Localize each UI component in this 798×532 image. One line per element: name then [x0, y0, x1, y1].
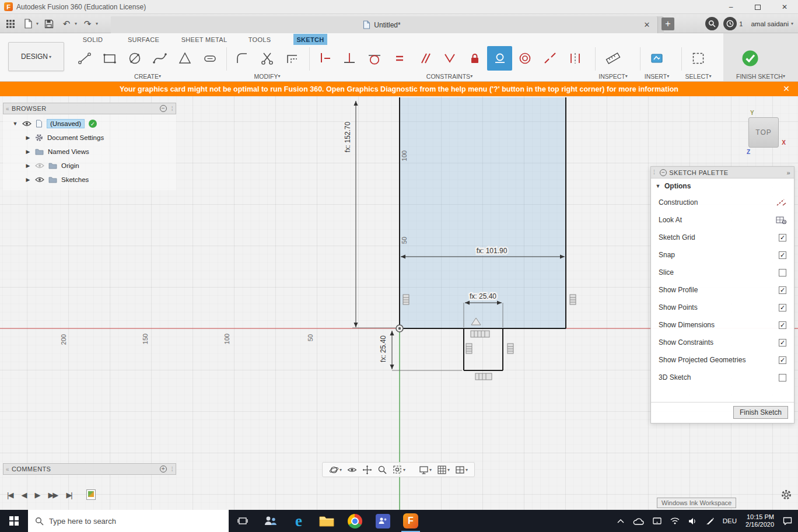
slot-tool-button[interactable] — [197, 46, 222, 71]
measure-tool-button[interactable] — [600, 46, 625, 71]
taskbar-app-fusion-360[interactable]: F — [397, 510, 425, 532]
horizontal-vertical-constraint-button[interactable] — [312, 46, 337, 71]
spline-tool-button[interactable] — [147, 46, 172, 71]
taskbar-clock[interactable]: 10:15 PM 2/16/2020 — [746, 513, 774, 528]
eye-icon[interactable] — [35, 177, 44, 183]
timeline-step-back-button[interactable]: ◀ — [19, 489, 28, 501]
rectangle-tool-button[interactable] — [97, 46, 122, 71]
dimension-slot-height-label[interactable]: fx: 25.40 — [379, 335, 387, 362]
palette-option-show-projected-geometries[interactable]: Show Projected Geometries — [651, 351, 794, 369]
document-tab[interactable]: Untitled* ✕ — [111, 16, 658, 33]
dimension-slot-width-label[interactable]: fx: 25.40 — [470, 292, 496, 300]
wifi-icon[interactable] — [670, 517, 680, 524]
panel-minimize-icon[interactable]: − — [160, 105, 167, 112]
palette-options-section[interactable]: ▼ Options — [651, 178, 794, 194]
insert-tool-button[interactable] — [644, 46, 669, 71]
sketch-canvas[interactable]: fx: 152.70 fx: 101.90 fx: 25.40 fx: 25.4… — [0, 96, 798, 510]
tablet-mode-icon[interactable] — [653, 517, 662, 524]
construction-icon[interactable] — [776, 198, 786, 207]
collinear-constraint-button[interactable] — [537, 46, 562, 71]
fillet-tool-button[interactable] — [229, 46, 254, 71]
look-at-icon[interactable] — [776, 215, 786, 225]
redo-icon[interactable]: ↷ — [80, 17, 94, 31]
group-finish-sketch[interactable]: FINISH SKETCH▾ — [723, 72, 798, 80]
palette-option-show-profile[interactable]: Show Profile — [651, 281, 794, 299]
fit-button[interactable]: ▾ — [391, 464, 407, 476]
group-constraints[interactable]: CONSTRAINTS▾ — [312, 72, 587, 80]
tray-chevron-icon[interactable] — [617, 519, 624, 523]
new-tab-button[interactable]: + — [662, 18, 674, 30]
slice-checkbox[interactable] — [779, 269, 786, 276]
language-indicator[interactable]: DEU — [723, 517, 737, 524]
timeline-step-forward-button[interactable]: ▶▶ — [46, 489, 60, 501]
taskbar-app-people[interactable] — [257, 510, 285, 532]
snap-checkbox[interactable] — [779, 251, 786, 259]
onedrive-cloud-icon[interactable] — [633, 517, 644, 525]
tangent-constraint-button[interactable] — [362, 46, 387, 71]
collapse-left-icon[interactable]: « — [6, 466, 9, 473]
finish-sketch-button[interactable] — [737, 46, 762, 71]
timeline-play-button[interactable]: ▶ — [32, 489, 41, 501]
palette-option-snap[interactable]: Snap — [651, 246, 794, 264]
palette-option-show-points[interactable]: Show Points — [651, 299, 794, 316]
midpoint-constraint-button-selected[interactable] — [487, 46, 512, 71]
group-inspect[interactable]: INSPECT▾ — [589, 72, 638, 80]
show-profile-checkbox[interactable] — [779, 286, 786, 294]
undo-caret-icon[interactable]: ▾ — [75, 21, 77, 26]
palette-option-sketch-grid[interactable]: Sketch Grid — [651, 229, 794, 246]
symmetry-constraint-button[interactable] — [562, 46, 587, 71]
close-button[interactable]: ✕ — [771, 0, 798, 14]
show-dimensions-checkbox[interactable] — [779, 321, 786, 329]
finish-sketch-footer-button[interactable]: Finish Sketch — [733, 406, 788, 419]
settings-gear-button[interactable] — [780, 489, 792, 501]
browser-item-origin[interactable]: ▶ Origin — [3, 159, 176, 173]
view-cube-face-label[interactable]: TOP — [755, 128, 771, 136]
taskbar-search[interactable] — [28, 510, 229, 532]
tab-sheet-metal[interactable]: SHEET METAL — [178, 34, 230, 45]
polygon-tool-button[interactable] — [172, 46, 197, 71]
browser-root-label[interactable]: (Unsaved) — [47, 119, 85, 128]
browser-root-row[interactable]: ▼ (Unsaved) ✓ — [3, 117, 176, 131]
palette-grip-icon[interactable]: ⁞ — [653, 169, 655, 176]
banner-close-icon[interactable]: ✕ — [783, 84, 790, 93]
display-settings-caret-icon[interactable]: ▾ — [429, 467, 432, 473]
browser-item-sketches[interactable]: ▶ Sketches — [3, 173, 176, 187]
palette-expand-icon[interactable]: » — [786, 169, 790, 176]
group-create[interactable]: CREATE▾ — [72, 72, 223, 80]
offset-tool-button[interactable] — [279, 46, 304, 71]
taskbar-app-chrome[interactable] — [341, 510, 369, 532]
taskbar-app-file-explorer[interactable] — [313, 510, 341, 532]
redo-caret-icon[interactable]: ▾ — [96, 21, 98, 26]
undo-icon[interactable]: ↶ — [60, 17, 74, 31]
collapsed-triangle-icon[interactable]: ▶ — [25, 163, 31, 169]
3d-sketch-checkbox[interactable] — [779, 374, 786, 382]
panel-grip-icon[interactable]: ⁞ — [172, 466, 173, 473]
dimension-height-label[interactable]: fx: 152.70 — [344, 121, 352, 152]
fit-caret-icon[interactable]: ▾ — [403, 467, 405, 473]
look-at-button[interactable] — [345, 464, 359, 476]
palette-option-show-constraints[interactable]: Show Constraints — [651, 334, 794, 351]
show-constraints-checkbox[interactable] — [779, 339, 786, 346]
collapse-left-icon[interactable]: « — [6, 106, 9, 112]
collapsed-triangle-icon[interactable]: ▶ — [25, 149, 31, 155]
palette-option-look-at[interactable]: Look At — [651, 211, 794, 229]
grid-snap-button[interactable]: ▾ — [435, 464, 452, 476]
select-tool-button[interactable] — [685, 46, 710, 71]
perpendicular-constraint-button[interactable] — [337, 46, 362, 71]
action-center-icon[interactable] — [783, 517, 792, 525]
notifications-button[interactable] — [723, 17, 737, 30]
show-projected-geometries-checkbox[interactable] — [779, 356, 786, 364]
file-menu-icon[interactable] — [21, 17, 35, 31]
eye-icon[interactable] — [22, 121, 32, 127]
palette-minimize-icon[interactable]: − — [660, 169, 667, 176]
concentric-constraint-button[interactable] — [512, 46, 537, 71]
parallel-constraint-button[interactable] — [412, 46, 437, 71]
tab-sketch[interactable]: SKETCH — [293, 34, 327, 45]
dimension-width-label[interactable]: fx: 101.90 — [477, 247, 508, 255]
collapsed-triangle-icon[interactable]: ▶ — [25, 177, 31, 183]
fix-lock-constraint-button[interactable] — [462, 46, 487, 71]
windows-ink-pen-icon[interactable] — [706, 517, 714, 525]
timeline-sketch-feature-icon[interactable] — [86, 489, 96, 500]
browser-panel-header[interactable]: « BROWSER − ⁞ — [3, 103, 176, 114]
comments-panel-header[interactable]: « COMMENTS + ⁞ — [3, 463, 176, 475]
